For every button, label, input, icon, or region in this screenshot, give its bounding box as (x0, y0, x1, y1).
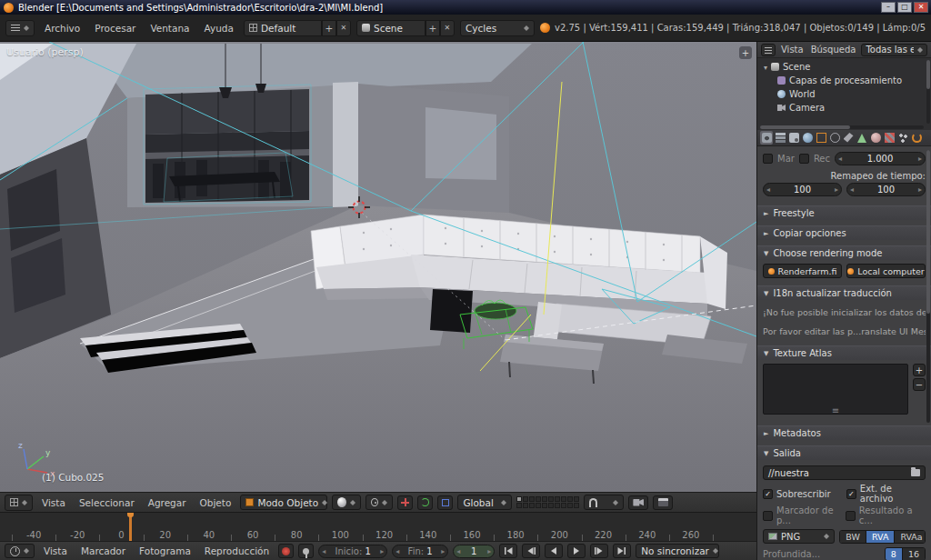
placeholder-checkbox[interactable] (763, 511, 773, 521)
tree-row-camera[interactable]: Camera (757, 101, 931, 115)
add-layout-button[interactable] (322, 20, 336, 36)
outliner-h-scrollbar[interactable] (760, 125, 924, 129)
tab-data[interactable] (856, 131, 868, 145)
frame-end-field[interactable]: Fin: 1 (392, 545, 448, 558)
audio-sync-dropdown[interactable]: No sincronizar (636, 544, 719, 558)
tab-modifiers[interactable] (842, 131, 855, 145)
menu-marcador[interactable]: Marcador (76, 545, 130, 557)
tree-row-scene[interactable]: Scene (757, 60, 931, 74)
tab-particles[interactable] (896, 131, 909, 145)
outliner-menu-vista[interactable]: Vista (779, 44, 806, 55)
remap-new-field[interactable]: 100 (846, 183, 926, 196)
atlas-list[interactable] (763, 364, 908, 415)
tab-scene[interactable] (787, 131, 800, 145)
aspect-slider[interactable]: 1.000 (835, 152, 926, 165)
layers-widget[interactable] (516, 496, 579, 508)
viewport-canvas[interactable]: x y z (0, 42, 756, 492)
manipulator-rotate-button[interactable] (417, 495, 433, 510)
current-frame-marker[interactable] (129, 513, 132, 541)
remap-old-field[interactable]: 100 (763, 183, 842, 196)
cache-result-checkbox[interactable] (846, 511, 856, 521)
manipulator-translate-button[interactable] (397, 495, 413, 510)
play-reverse-button[interactable] (545, 544, 563, 558)
properties-scrollbar[interactable] (926, 150, 930, 423)
timeline-editor-type-button[interactable] (5, 544, 35, 558)
atlas-remove-button[interactable] (913, 378, 926, 391)
viewport-editor-type-button[interactable] (5, 495, 33, 511)
depth-16-button[interactable]: 16 (903, 548, 925, 560)
panel-copy-settings-header[interactable]: Copiar opciones (757, 225, 931, 240)
menu-seleccionar[interactable]: Seleccionar (75, 496, 139, 509)
tab-physics[interactable] (910, 131, 923, 145)
render-engine-dropdown[interactable]: Cycles (460, 20, 535, 36)
menu-vista-timeline[interactable]: Vista (39, 545, 72, 557)
tree-row-render-layers[interactable]: Capas de procesamiento (757, 74, 931, 87)
screen-layout-dropdown[interactable]: Default (244, 20, 322, 36)
depth-8-button[interactable]: 8 (886, 548, 903, 560)
outliner-menu-busqueda[interactable]: Búsqueda (809, 44, 858, 55)
tab-world[interactable] (801, 131, 814, 145)
titlebar[interactable]: Blender [E:\Documents and Settings\Admin… (0, 0, 931, 15)
channel-rgba-button[interactable]: RVAa (895, 531, 926, 543)
pivot-dropdown[interactable] (365, 495, 393, 510)
outliner-editor-type-button[interactable] (761, 44, 776, 56)
panel-render-mode-header[interactable]: Choose rendering mode (757, 245, 931, 260)
minimize-button[interactable] (881, 2, 896, 13)
close-button[interactable] (914, 2, 928, 13)
atlas-add-button[interactable] (913, 364, 926, 376)
tab-material[interactable] (869, 131, 882, 145)
tab-object[interactable] (815, 131, 827, 145)
menu-procesar[interactable]: Procesar (90, 22, 140, 35)
file-extension-checkbox[interactable] (846, 489, 856, 499)
menu-objeto[interactable]: Objeto (195, 496, 236, 509)
tab-constraints[interactable] (828, 131, 841, 145)
add-scene-button[interactable] (425, 20, 440, 36)
border-checkbox[interactable] (763, 154, 773, 164)
scene-dropdown[interactable]: Scene (356, 20, 425, 36)
menu-ventana[interactable]: Ventana (145, 22, 194, 35)
editor-type-button[interactable] (5, 20, 35, 36)
tree-row-world[interactable]: World (757, 87, 931, 101)
menu-agregar[interactable]: Agregar (144, 496, 191, 509)
tab-texture[interactable] (883, 131, 896, 145)
panel-i18n-header[interactable]: I18n actualizar traducción (757, 285, 931, 300)
open-region-button[interactable] (739, 46, 752, 59)
shading-dropdown[interactable] (332, 495, 361, 510)
local-computer-button[interactable]: Local computer (846, 264, 926, 278)
panel-output-header[interactable]: Salida (757, 445, 931, 460)
unlink-scene-button[interactable] (440, 20, 455, 36)
outliner-display-dropdown[interactable]: Todas las escena (861, 44, 927, 56)
frame-start-field[interactable]: Inicio: 1 (318, 545, 387, 558)
crop-checkbox[interactable] (799, 154, 809, 164)
tab-render[interactable] (760, 131, 773, 145)
jump-to-end-button[interactable] (613, 544, 631, 558)
channel-rgb-button[interactable]: RVA (866, 531, 895, 543)
panel-freestyle-header[interactable]: Freestyle (757, 205, 931, 220)
jump-to-start-button[interactable] (499, 544, 517, 558)
dark-cabinet[interactable] (430, 289, 473, 333)
prev-keyframe-button[interactable] (522, 544, 540, 558)
render-opengl-anim-button[interactable] (653, 495, 673, 510)
viewport-3d[interactable]: x y z Usuario (persp) (1) Cubo.025 (0, 42, 756, 492)
menu-reproduccion[interactable]: Reproducción (200, 545, 274, 557)
channel-bw-button[interactable]: BW (840, 531, 866, 543)
menu-vista-3d[interactable]: Vista (37, 496, 70, 509)
outliner-v-scrollbar[interactable] (926, 60, 930, 124)
maximize-button[interactable] (897, 2, 912, 13)
mode-dropdown[interactable]: Modo Objeto (240, 495, 327, 510)
file-format-dropdown[interactable]: PNG (763, 529, 835, 544)
menu-fotograma[interactable]: Fotograma (135, 545, 195, 557)
overwrite-checkbox[interactable] (763, 489, 773, 499)
manipulator-scale-button[interactable] (437, 495, 453, 510)
renderfarm-button[interactable]: Renderfarm.fi (763, 264, 842, 278)
expand-icon[interactable] (764, 62, 767, 72)
panel-metadata-header[interactable]: Metadatos (757, 425, 931, 440)
keying-set-button[interactable] (298, 544, 314, 558)
snap-dropdown[interactable] (584, 495, 624, 510)
tab-render-layers[interactable] (774, 131, 786, 145)
autokey-record-button[interactable] (278, 544, 294, 558)
unlink-layout-button[interactable] (336, 20, 351, 36)
play-button[interactable] (567, 544, 586, 558)
render-opengl-button[interactable] (628, 495, 648, 510)
menu-archivo[interactable]: Archivo (40, 22, 85, 35)
